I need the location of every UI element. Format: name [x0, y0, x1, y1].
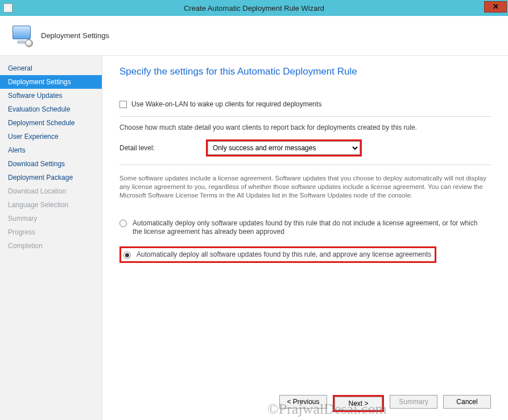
license-radio-group: Automatically deploy only software updat… — [119, 219, 491, 263]
detail-level-label: Detail level: — [119, 144, 155, 152]
radio-deploy-approve-license[interactable] — [123, 252, 131, 259]
deployment-icon — [10, 24, 33, 47]
sidebar-item-completion: Completion — [0, 239, 102, 253]
wizard-header: Deployment Settings — [0, 16, 508, 56]
close-button[interactable]: ✕ — [484, 1, 507, 13]
sidebar-item-software-updates[interactable]: Software Updates — [0, 89, 102, 102]
radio-deploy-approve-license-label: Automatically deploy all software update… — [137, 250, 431, 259]
detail-level-row: Detail level: Only success and error mes… — [119, 139, 491, 157]
system-icon — [3, 3, 13, 13]
wol-checkbox[interactable] — [119, 101, 127, 108]
wizard-header-title: Deployment Settings — [41, 31, 109, 40]
radio-row-1: Automatically deploy only software updat… — [119, 219, 491, 236]
previous-button[interactable]: < Previous — [279, 395, 327, 409]
wol-checkbox-label: Use Wake-on-LAN to wake up clients for r… — [131, 100, 321, 108]
radio-deploy-no-license[interactable] — [119, 220, 127, 227]
sidebar-item-deployment-schedule[interactable]: Deployment Schedule — [0, 116, 102, 130]
wol-row: Use Wake-on-LAN to wake up clients for r… — [119, 100, 491, 108]
sidebar-item-alerts[interactable]: Alerts — [0, 143, 102, 157]
page-title: Specify the settings for this Automatic … — [119, 66, 491, 77]
sidebar-item-language-selection: Language Selection — [0, 198, 102, 212]
detail-level-highlight: Only success and error messages — [206, 139, 362, 157]
sidebar-item-summary: Summary — [0, 212, 102, 225]
separator-1 — [119, 116, 491, 117]
radio-deploy-no-license-label: Automatically deploy only software updat… — [133, 219, 485, 236]
sidebar-item-evaluation-schedule[interactable]: Evaluation Schedule — [0, 102, 102, 116]
separator-2 — [119, 164, 491, 165]
sidebar-item-download-settings[interactable]: Download Settings — [0, 157, 102, 171]
next-button-highlight: Next > — [333, 395, 384, 412]
next-button[interactable]: Next > — [334, 397, 382, 410]
wizard-footer: < Previous Next > Summary Cancel — [119, 387, 491, 420]
state-detail-hint: Choose how much state detail you want cl… — [119, 123, 491, 131]
sidebar-item-deployment-settings[interactable]: Deployment Settings — [0, 75, 102, 89]
sidebar-item-user-experience[interactable]: User Experience — [0, 130, 102, 143]
titlebar: Create Automatic Deployment Rule Wizard … — [0, 0, 508, 16]
window-title: Create Automatic Deployment Rule Wizard — [0, 4, 508, 13]
sidebar-item-deployment-package[interactable]: Deployment Package — [0, 171, 102, 184]
wizard-main: Specify the settings for this Automatic … — [102, 56, 508, 420]
sidebar-item-general[interactable]: General — [0, 61, 102, 75]
cancel-button[interactable]: Cancel — [443, 395, 491, 409]
wizard-body: General Deployment Settings Software Upd… — [0, 56, 508, 420]
radio-row-2-highlight: Automatically deploy all software update… — [119, 246, 491, 263]
sidebar-item-download-location: Download Location — [0, 184, 102, 198]
wizard-sidebar: General Deployment Settings Software Upd… — [0, 56, 102, 420]
license-note: Some software updates include a license … — [119, 174, 491, 200]
sidebar-item-progress: Progress — [0, 225, 102, 239]
detail-level-combo[interactable]: Only success and error messages — [208, 141, 360, 155]
summary-button: Summary — [390, 395, 437, 409]
